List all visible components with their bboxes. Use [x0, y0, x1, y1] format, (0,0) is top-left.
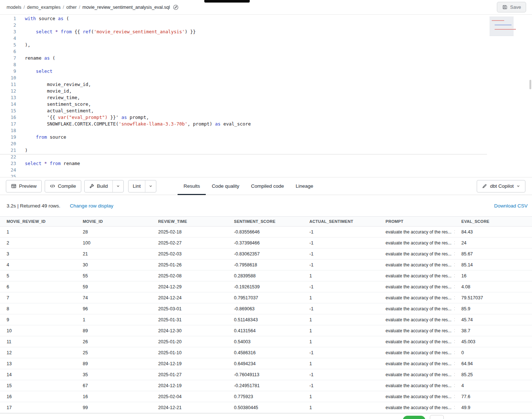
build-hammer-icon — [89, 183, 94, 189]
cell-eval-score: 38.7 — [455, 328, 532, 333]
preview-table-icon — [11, 183, 16, 189]
compile-button[interactable]: Compile — [45, 180, 81, 192]
code-text: select * from {{ ref('movie_review_senti… — [25, 29, 196, 35]
code-text: ), — [25, 42, 30, 48]
table-row[interactable]: 4302025-01-26-0.7958618-1evaluate the ac… — [0, 259, 532, 270]
save-button[interactable]: Save — [497, 2, 526, 12]
cell-sentiment-score: -0.869063 — [227, 306, 303, 311]
breadcrumb-item[interactable]: demo_examples — [27, 5, 61, 10]
table-row[interactable]: 11262025-01-200.540031evaluate the accur… — [0, 336, 532, 347]
cell-movie-review-id: 3 — [0, 251, 76, 257]
breadcrumb-item[interactable]: other — [66, 5, 77, 10]
toolbar: Preview Compile Build — [0, 177, 532, 195]
line-number: 14 — [0, 101, 16, 108]
table-row[interactable]: 17992024-12-210.503804451evaluate the ac… — [0, 402, 532, 413]
code-line: 22 — [0, 154, 532, 160]
table-row[interactable]: 3212025-02-03-0.83062357-1evaluate the a… — [0, 248, 532, 259]
table-row[interactable]: 5552025-02-080.28395881evaluate the accu… — [0, 270, 532, 281]
table-row[interactable]: 7742024-12-240.795170371evaluate the acc… — [0, 292, 532, 303]
column-header-eval_score[interactable]: EVAL_SCORE — [455, 219, 532, 224]
column-header-movie_review_id[interactable]: MOVIE_REVIEW_ID — [0, 219, 76, 224]
cell-movie-review-id: 8 — [0, 306, 76, 311]
code-line: 12 movie_id, — [0, 88, 532, 94]
cell-sentiment-score: -0.76049113 — [227, 372, 303, 377]
lint-dropdown-toggle[interactable] — [145, 180, 156, 192]
preview-button[interactable]: Preview — [6, 180, 42, 192]
cell-sentiment-score: 0.6494234 — [227, 361, 303, 366]
cell-eval-score: 49.9 — [455, 405, 532, 410]
code-line: 19 from source — [0, 134, 532, 141]
prompt-cell: evaluate the accuracy of the res... — [379, 372, 455, 377]
table-row[interactable]: 6592024-12-29-0.19261539-1evaluate the a… — [0, 281, 532, 292]
prompt-preview-text: evaluate the accuracy of the res... — [386, 229, 451, 235]
table-row[interactable]: 10892024-12-300.41315641evaluate the acc… — [0, 325, 532, 336]
bottom-green-button[interactable] — [403, 416, 425, 419]
cell-review-time: 2024-12-30 — [152, 328, 227, 333]
editor-scrollbar[interactable] — [529, 80, 531, 89]
tab-lineage[interactable]: Lineage — [290, 177, 319, 195]
code-text — [25, 35, 28, 42]
table-row[interactable]: 21002025-02-27-0.37398466-1evaluate the … — [0, 237, 532, 248]
column-header-prompt[interactable]: PROMPT — [379, 219, 455, 224]
column-header-movie_id[interactable]: MOVIE_ID — [76, 219, 152, 224]
cell-review-time: 2025-02-04 — [152, 394, 227, 399]
line-number: 17 — [0, 121, 16, 127]
breadcrumb-separator: / — [79, 5, 80, 10]
tab-code-quality[interactable]: Code quality — [206, 177, 245, 195]
build-button[interactable]: Build — [85, 180, 112, 192]
bottom-secondary-button[interactable] — [430, 415, 444, 419]
cell-movie-id: 21 — [76, 251, 152, 257]
table-row[interactable]: 14352025-01-27-0.76049113-1evaluate the … — [0, 369, 532, 380]
breadcrumb-item[interactable]: models — [7, 5, 21, 10]
table-row[interactable]: 16162025-02-040.7759231evaluate the accu… — [0, 391, 532, 402]
cell-movie-review-id: 7 — [0, 295, 76, 300]
code-text — [25, 22, 28, 29]
topbar: models/demo_examples/other/movie_review_… — [0, 0, 532, 15]
column-header-review_time[interactable]: REVIEW_TIME — [152, 219, 227, 224]
table-row[interactable]: 912025-01-310.511483431evaluate the accu… — [0, 314, 532, 325]
cell-actual-sentiment: 1 — [303, 339, 379, 344]
prompt-preview-text: evaluate the accuracy of the res... — [386, 251, 451, 257]
breadcrumb-item[interactable]: movie_review_sentiment_analysis_eval.sql — [82, 5, 170, 10]
cell-actual-sentiment: -1 — [303, 251, 379, 257]
table-row[interactable]: 1282025-02-18-0.83556646-1evaluate the a… — [0, 227, 532, 237]
dbt-copilot-label: dbt Copilot — [490, 183, 514, 189]
cell-movie-id: 35 — [76, 372, 152, 377]
cell-movie-review-id: 9 — [0, 317, 76, 322]
change-row-display-link[interactable]: Change row display — [70, 203, 114, 209]
app-window: models/demo_examples/other/movie_review_… — [0, 0, 532, 419]
build-dropdown-toggle[interactable] — [112, 180, 123, 192]
table-row[interactable]: 15672024-12-19-0.24951781-1evaluate the … — [0, 380, 532, 391]
lint-button[interactable]: Lint — [129, 180, 145, 192]
results-table: MOVIE_REVIEW_IDMOVIE_IDREVIEW_TIMESENTIM… — [0, 216, 532, 413]
dbt-copilot-button[interactable]: dbt Copilot — [477, 180, 525, 192]
cell-movie-id: 55 — [76, 273, 152, 278]
breadcrumb-separator: / — [63, 5, 64, 10]
line-number: 12 — [0, 88, 16, 94]
code-text — [25, 173, 28, 177]
cell-review-time: 2024-12-21 — [152, 405, 227, 410]
line-number: 19 — [0, 134, 16, 141]
cell-eval-score: 24 — [455, 240, 532, 246]
column-header-actual_sentiment[interactable]: ACTUAL_SENTIMENT — [303, 219, 379, 224]
cell-movie-id: 1 — [76, 317, 152, 322]
minimap[interactable] — [490, 17, 528, 36]
cell-sentiment-score: 0.4586316 — [227, 350, 303, 355]
cell-eval-score: 45.003 — [455, 339, 532, 344]
table-row[interactable]: 8962025-03-01-0.869063-1evaluate the acc… — [0, 303, 532, 314]
code-editor[interactable]: 1with source as (2 3 select * from {{ re… — [0, 15, 532, 177]
code-text: movie_review_id, — [25, 81, 91, 88]
line-number: 23 — [0, 160, 16, 167]
cell-movie-review-id: 14 — [0, 372, 76, 377]
tab-results[interactable]: Results — [178, 177, 206, 195]
column-header-sentiment_score[interactable]: SENTIMENT_SCORE — [227, 219, 303, 224]
download-csv-link[interactable]: Download CSV — [494, 203, 528, 209]
code-line: 8 — [0, 61, 532, 68]
table-row[interactable]: 12252025-01-100.4586316-1evaluate the ac… — [0, 347, 532, 358]
file-status-icon[interactable] — [173, 4, 179, 10]
tab-compiled-code[interactable]: Compiled code — [245, 177, 290, 195]
table-row[interactable]: 13892024-12-190.64942341evaluate the acc… — [0, 358, 532, 369]
cell-review-time: 2025-01-27 — [152, 372, 227, 377]
code-text: sentiment_score, — [25, 101, 91, 108]
code-text: select — [25, 68, 52, 75]
